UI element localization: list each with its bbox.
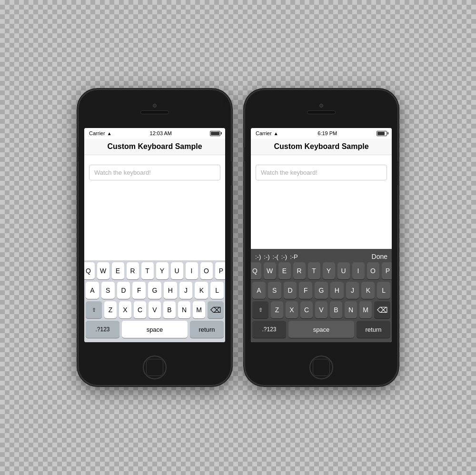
- kb-key-x[interactable]: X: [119, 301, 131, 318]
- kb2-key-b[interactable]: B: [330, 301, 342, 318]
- kb-key-z[interactable]: Z: [104, 301, 117, 318]
- phone-2-side-btn-right: [397, 161, 399, 185]
- kb-key-m[interactable]: M: [193, 301, 205, 318]
- phone-2-kb-row1: Q W E R T Y U I O P: [252, 262, 390, 279]
- phone-1-side-btn-left: [77, 147, 79, 161]
- phone-2-home-button[interactable]: [309, 356, 333, 379]
- kb2-shift-key[interactable]: ⇧: [252, 301, 268, 318]
- kb2-key-h[interactable]: H: [330, 282, 344, 299]
- kb-key-o[interactable]: O: [200, 262, 213, 279]
- kb2-key-v[interactable]: V: [315, 301, 327, 318]
- kb-key-w[interactable]: W: [97, 262, 109, 279]
- kb-return-key[interactable]: return: [190, 321, 224, 338]
- phone-1-text-input[interactable]: Watch the keyboard!: [89, 165, 220, 180]
- emoji-5[interactable]: :-P: [290, 253, 298, 260]
- kb2-key-g[interactable]: G: [315, 282, 328, 299]
- phone-2-carrier: Carrier: [256, 130, 272, 136]
- kb-key-k[interactable]: K: [195, 282, 208, 299]
- kb2-key-u[interactable]: U: [337, 262, 350, 279]
- kb-key-d[interactable]: D: [117, 282, 130, 299]
- phone-1-camera: [153, 104, 157, 108]
- phone-2-kb-row4: .?123 space return: [252, 321, 390, 338]
- kb2-space-key[interactable]: space: [288, 321, 354, 338]
- kb-key-p[interactable]: P: [215, 262, 226, 279]
- kb2-key-x[interactable]: X: [286, 301, 298, 318]
- kb-key-i[interactable]: I: [186, 262, 198, 279]
- kb-key-t[interactable]: T: [141, 262, 154, 279]
- kb2-key-j[interactable]: J: [346, 282, 359, 299]
- phone-2-nav-title: Custom Keyboard Sample: [274, 142, 368, 150]
- kb2-key-a[interactable]: A: [252, 282, 266, 299]
- kb2-key-q[interactable]: Q: [251, 262, 261, 279]
- kb2-key-l[interactable]: L: [377, 282, 390, 299]
- emoji-1[interactable]: :-): [255, 253, 261, 260]
- kb-key-y[interactable]: Y: [156, 262, 169, 279]
- phone-1-input-placeholder: Watch the keyboard!: [94, 169, 151, 176]
- phone-1-keyboard: Q W E R T Y U I O P A S D F G H: [84, 260, 225, 342]
- kb2-key-m[interactable]: M: [359, 301, 372, 318]
- phone-2-status-right: [377, 131, 387, 136]
- kb2-key-p[interactable]: P: [382, 262, 392, 279]
- phone-1-wifi-icon: ▲: [107, 131, 112, 136]
- phone-1-home-button-inner: [146, 359, 163, 376]
- kb2-numbers-key[interactable]: .?123: [252, 321, 286, 338]
- emoji-4[interactable]: :-): [281, 253, 287, 260]
- phone-1-status-right: [210, 131, 220, 136]
- phone-2-wifi-icon: ▲: [274, 131, 278, 136]
- phone-1-top: [79, 90, 231, 128]
- kb2-key-e[interactable]: E: [278, 262, 291, 279]
- kb-key-n[interactable]: N: [178, 301, 190, 318]
- kb-key-g[interactable]: G: [148, 282, 161, 299]
- kb2-key-s[interactable]: S: [268, 282, 281, 299]
- kb-key-r[interactable]: R: [127, 262, 139, 279]
- phone-1-kb-row3: ⇧ Z X C V B N M ⌫: [86, 301, 224, 318]
- kb-key-h[interactable]: H: [164, 282, 177, 299]
- kb2-return-key[interactable]: return: [357, 321, 390, 338]
- phone-1-side-btn-right: [231, 161, 233, 185]
- kb2-key-z[interactable]: Z: [271, 301, 283, 318]
- phone-2-nav-bar: Custom Keyboard Sample: [251, 139, 392, 155]
- kb-key-f[interactable]: F: [132, 282, 146, 299]
- kb-key-a[interactable]: A: [86, 282, 99, 299]
- kb2-key-i[interactable]: I: [352, 262, 365, 279]
- kb-key-s[interactable]: S: [101, 282, 115, 299]
- kb2-key-f[interactable]: F: [299, 282, 312, 299]
- phone-2-keyboard: :-) :-) :-( :-) :-P Done Q W E R T Y U: [251, 249, 392, 342]
- kb2-key-t[interactable]: T: [308, 262, 320, 279]
- kb-shift-key[interactable]: ⇧: [86, 301, 102, 318]
- phone-2-content: Watch the keyboard!: [251, 155, 392, 249]
- phone-2-text-input[interactable]: Watch the keyboard!: [256, 165, 387, 180]
- kb2-key-w[interactable]: W: [264, 262, 276, 279]
- kb-space-key[interactable]: space: [122, 321, 188, 338]
- phone-1-home-button[interactable]: [143, 356, 167, 379]
- emoji-3[interactable]: :-(: [273, 253, 278, 260]
- kb-key-j[interactable]: J: [179, 282, 193, 299]
- kb-key-v[interactable]: V: [149, 301, 161, 318]
- kb2-delete-key[interactable]: ⌫: [374, 301, 390, 318]
- phone-2-status-left: Carrier ▲: [256, 130, 278, 136]
- kb2-key-r[interactable]: R: [293, 262, 306, 279]
- phone-2-done-button[interactable]: Done: [372, 253, 387, 260]
- emoji-2[interactable]: :-): [264, 253, 269, 260]
- phone-1-kb-row1: Q W E R T Y U I O P: [86, 262, 224, 279]
- kb-key-c[interactable]: C: [134, 301, 146, 318]
- kb-key-l[interactable]: L: [210, 282, 224, 299]
- kb2-key-k[interactable]: K: [361, 282, 375, 299]
- phone-2-speaker: [307, 110, 336, 114]
- kb-key-u[interactable]: U: [171, 262, 183, 279]
- kb-key-q[interactable]: Q: [84, 262, 95, 279]
- kb2-key-y[interactable]: Y: [323, 262, 335, 279]
- kb2-key-o[interactable]: O: [367, 262, 379, 279]
- kb-delete-key[interactable]: ⌫: [208, 301, 224, 318]
- phone-2-battery-fill: [377, 132, 385, 135]
- phone-2-input-placeholder: Watch the keyboard!: [261, 169, 317, 176]
- kb-key-b[interactable]: B: [163, 301, 176, 318]
- kb2-key-n[interactable]: N: [345, 301, 357, 318]
- phone-1-nav-title: Custom Keyboard Sample: [107, 142, 202, 150]
- kb2-key-c[interactable]: C: [300, 301, 313, 318]
- kb-numbers-key[interactable]: .?123: [86, 321, 119, 338]
- phone-1-screen: Carrier ▲ 12:03 AM Custom Keyboard Sampl…: [84, 128, 225, 342]
- kb-key-e[interactable]: E: [112, 262, 124, 279]
- kb2-key-d[interactable]: D: [284, 282, 297, 299]
- phone-1-battery-fill: [211, 132, 219, 135]
